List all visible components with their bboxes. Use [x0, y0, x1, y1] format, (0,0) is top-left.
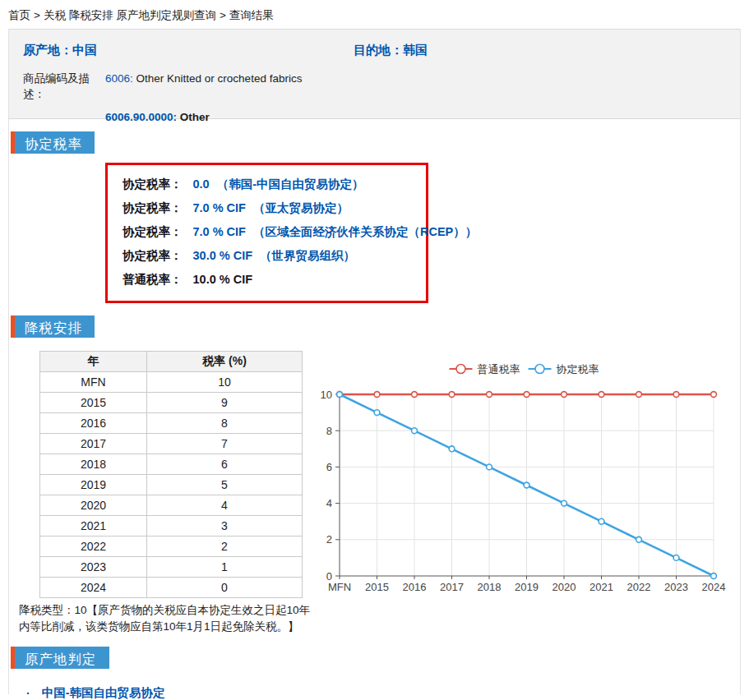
year-cell: 2024: [40, 578, 147, 598]
table-row: 2018 6: [40, 454, 303, 475]
svg-text:2022: 2022: [627, 581, 651, 593]
svg-text:2: 2: [326, 533, 332, 546]
hs-heading-code-link[interactable]: 6006:: [105, 72, 133, 85]
rate-row: 协定税率：7.0 % CIF（亚太贸易协定）: [123, 196, 418, 220]
rate-row: 协定税率：0.0（韩国-中国自由贸易协定）: [123, 173, 418, 196]
breadcrumb-home[interactable]: 首页: [8, 9, 30, 21]
rate-cell: 6: [147, 454, 303, 475]
table-header-row: 年 税率 (%): [40, 352, 303, 372]
rate-value: 10.0 % CIF: [193, 273, 253, 286]
rate-cell: 8: [147, 413, 303, 434]
reduction-schedule-column: 年 税率 (%) MFN 10 2015 9 2016 8 2: [9, 340, 315, 634]
section-header-reduction: 降税安排: [11, 315, 95, 338]
table-row: MFN 10: [40, 372, 303, 393]
rate-cell: 5: [147, 475, 303, 495]
bullet-dot: ·: [26, 687, 30, 700]
origin-treaty-row: · 中国-韩国自由贸易协定: [26, 685, 740, 700]
origin-value: 中国: [72, 43, 97, 57]
table-row: 2020 4: [40, 495, 303, 516]
svg-text:6: 6: [326, 461, 332, 473]
rate-label: 协定税率：: [123, 177, 183, 191]
section-title: 降税安排: [15, 315, 95, 338]
rate-value: 7.0 % CIF: [193, 201, 246, 214]
reduction-line-chart: 0246810MFN201520162017201820192020202120…: [315, 356, 742, 598]
breadcrumb-current: 查询结果: [229, 9, 274, 21]
svg-text:2018: 2018: [478, 581, 502, 593]
china-korea-fta-link[interactable]: 中国-韩国自由贸易协定: [42, 685, 165, 700]
rate-cell: 2: [147, 537, 303, 557]
section-title: 协定税率: [15, 131, 95, 154]
rate-value: 7.0 % CIF: [193, 225, 246, 238]
year-cell: 2018: [40, 454, 147, 475]
rate-cell: 9: [147, 393, 303, 413]
table-row: 2024 0: [40, 578, 303, 598]
table-body: MFN 10 2015 9 2016 8 2017 7 2018 6: [40, 372, 303, 598]
breadcrumb-separator: >: [220, 9, 226, 21]
svg-text:2019: 2019: [515, 581, 539, 593]
reduction-schedule-table: 年 税率 (%) MFN 10 2015 9 2016 8 2: [39, 351, 303, 598]
rate-agreement-name: （韩国-中国自由贸易协定）: [217, 177, 364, 191]
rate-cell: 10: [147, 372, 303, 393]
reduction-type-note: 降税类型：10【原产货物的关税应自本协定生效之日起10年内等比削减，该类货物应自…: [19, 602, 312, 634]
rate-label: 协定税率：: [123, 201, 183, 214]
destination-value: 韩国: [403, 43, 428, 57]
table-row: 2017 7: [40, 434, 303, 454]
query-summary-box: 原产地：中国 目的地：韩国 商品编码及描述： 6006: Other Knitt…: [9, 29, 740, 119]
rate-label: 协定税率：: [123, 249, 183, 262]
rate-agreement-name: （区域全面经济伙伴关系协定（RCEP））: [253, 225, 477, 238]
table-row: 2019 5: [40, 475, 303, 495]
svg-text:2015: 2015: [365, 581, 389, 593]
rate-label: 普通税率：: [123, 273, 183, 286]
year-cell: 2019: [40, 475, 147, 495]
rate-value: 0.0: [193, 177, 210, 191]
rate-agreement-name: （世界贸易组织）: [260, 249, 355, 262]
hs-code-label: 商品编码及描述：: [23, 71, 105, 102]
hs-subheading-code-link[interactable]: 6006.90.0000:: [105, 111, 177, 123]
rate-cell: 0: [147, 578, 303, 598]
section-title: 原产地判定: [15, 647, 109, 669]
rate-cell: 1: [147, 557, 303, 578]
svg-text:2017: 2017: [440, 581, 464, 593]
table-row: 2015 9: [40, 393, 303, 413]
hs-subheading-description: Other: [180, 111, 210, 123]
rate-column-header: 税率 (%): [147, 352, 303, 372]
year-cell: 2017: [40, 434, 147, 454]
reduction-chart-wrap: 0246810MFN201520162017201820192020202120…: [315, 356, 742, 601]
rate-row: 普通税率：10.0 % CIF: [123, 268, 418, 292]
svg-text:8: 8: [326, 425, 332, 437]
year-cell: 2021: [40, 516, 147, 537]
section-header-agreement-rates: 协定税率: [11, 131, 95, 154]
table-row: 2021 3: [40, 516, 303, 537]
year-column-header: 年: [40, 352, 147, 372]
breadcrumb-separator: >: [34, 9, 40, 21]
rate-row: 协定税率：30.0 % CIF（世界贸易组织）: [123, 244, 418, 268]
svg-text:2021: 2021: [589, 581, 613, 593]
hs-heading-description: Other Knitted or crocheted fabrics: [136, 72, 303, 85]
table-row: 2016 8: [40, 413, 303, 434]
year-cell: 2020: [40, 495, 147, 516]
svg-text:2016: 2016: [403, 581, 427, 593]
table-row: 2023 1: [40, 557, 303, 578]
svg-text:4: 4: [326, 497, 332, 509]
year-cell: 2016: [40, 413, 147, 434]
rate-row: 协定税率：7.0 % CIF（区域全面经济伙伴关系协定（RCEP））: [123, 220, 418, 244]
svg-text:2020: 2020: [553, 581, 576, 593]
svg-text:2023: 2023: [664, 581, 688, 593]
table-row: 2022 2: [40, 537, 303, 557]
svg-text:10: 10: [321, 389, 332, 401]
svg-text:协定税率: 协定税率: [557, 363, 599, 375]
svg-text:MFN: MFN: [328, 581, 351, 593]
breadcrumb-query-page[interactable]: 关税 降税安排 原产地判定规则查询: [44, 9, 216, 21]
rate-label: 协定税率：: [123, 225, 183, 238]
rate-cell: 7: [147, 434, 303, 454]
rate-agreement-name: （亚太贸易协定）: [253, 201, 349, 214]
svg-text:普通税率: 普通税率: [478, 363, 520, 375]
breadcrumb: 首页>关税 降税安排 原产地判定规则查询>查询结果: [8, 8, 749, 23]
section-header-origin: 原产地判定: [11, 647, 109, 669]
svg-text:2024: 2024: [702, 581, 726, 593]
year-cell: MFN: [40, 372, 147, 393]
rate-cell: 4: [147, 495, 303, 516]
page-container: 原产地：中国 目的地：韩国 商品编码及描述： 6006: Other Knitt…: [8, 29, 741, 694]
origin-label: 原产地：: [23, 43, 72, 57]
agreement-rates-highlight-box: 协定税率：0.0（韩国-中国自由贸易协定） 协定税率：7.0 % CIF（亚太贸…: [105, 163, 428, 303]
